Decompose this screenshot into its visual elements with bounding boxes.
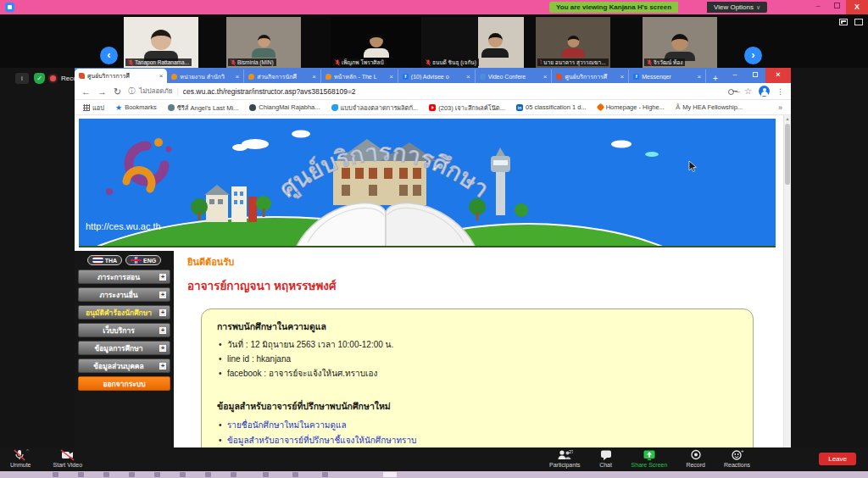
bookmarks-overflow-icon[interactable]: » [778, 103, 782, 112]
view-options-button[interactable]: View Options∨ [707, 2, 767, 13]
close-button[interactable]: X [846, 0, 868, 14]
logout-button[interactable]: ออกจากระบบ [78, 376, 170, 391]
sidebar-item-other-duties[interactable]: ภาระงานอื่น+ [78, 287, 170, 302]
browser-tab[interactable]: ศูนย์บริการการศึ × [75, 69, 167, 83]
browser-tab[interactable]: หน้าหลัก - The L × [321, 69, 398, 83]
note-link[interactable]: ข้อมูลสำหรับอาจารย์ที่ปรึกษาชี้แจงให้นัก… [217, 433, 737, 447]
chrome-browser-window: ศูนย์บริการการศึ × หน่วยงาน สำนักวิ × ส่… [75, 68, 791, 447]
bookmark-star-icon[interactable]: ☆ [744, 86, 752, 96]
scroll-up-arrow[interactable]: ▲ [784, 115, 791, 123]
participant-face [481, 33, 509, 58]
new-tab-button[interactable]: + [706, 74, 725, 83]
back-icon[interactable]: ← [81, 83, 91, 100]
url-field[interactable]: ⓘ ไม่ปลอดภัย | ces.wu.ac.th/registrar/in… [128, 86, 721, 97]
bookmark-item[interactable]: แอป [83, 103, 104, 113]
scroll-right-button[interactable]: › [744, 47, 762, 64]
expand-plus-icon[interactable]: + [159, 292, 166, 298]
bookmark-item[interactable]: แบบจำลองตลาดการผลิตกั... [331, 103, 419, 113]
sidebar-item-personal-info[interactable]: ข้อมูลส่วนบุคคล+ [78, 358, 170, 373]
browser-tab[interactable]: ศูนย์บริการการศึ × [552, 69, 629, 83]
tab-close-icon[interactable]: × [312, 73, 316, 81]
leave-button[interactable]: Leave [819, 453, 856, 465]
bookmark-item[interactable]: (203) เจาะลึกพลค์โน๊ต... [429, 103, 505, 113]
bookmark-item[interactable]: ซีรีส์ Angel's Last Mi... [168, 103, 239, 113]
sidebar-item-teaching-load[interactable]: ภาระการสอน+ [78, 270, 170, 284]
reload-icon[interactable]: ↻ [114, 83, 121, 100]
tab-close-icon[interactable]: × [697, 73, 701, 81]
windows-taskbar[interactable] [0, 471, 868, 478]
participant-face [665, 34, 695, 61]
scroll-left-button[interactable]: ‹ [100, 47, 118, 64]
svg-text:+: + [741, 449, 744, 453]
participant-video[interactable]: นาย อนาคาร สุวรรณฆา... [536, 17, 610, 68]
browser-tab[interactable]: หน่วยงาน สำนักวิ × [167, 69, 244, 83]
browser-tab[interactable]: f Messenger × [629, 69, 706, 83]
tab-close-icon[interactable]: × [466, 73, 470, 81]
expand-plus-icon[interactable]: + [159, 327, 166, 334]
bookmark-item[interactable]: ★Bookmarks [115, 103, 157, 111]
record-button[interactable]: Record [686, 449, 705, 468]
tab-close-icon[interactable]: × [389, 73, 393, 81]
reactions-button[interactable]: + Reactions [724, 449, 750, 468]
browser-close-button[interactable]: × [765, 68, 791, 83]
note-link[interactable]: รายชื่อนักศึกษาใหม่ในความดูแล [217, 418, 737, 433]
apps-grid-icon [83, 104, 90, 111]
share-screen-button[interactable]: Share Screen [632, 449, 668, 468]
bookmark-item[interactable]: Homepage - Highe... [598, 103, 665, 111]
browser-tab[interactable]: f (10) Advisee o × [398, 69, 476, 83]
expand-plus-icon[interactable]: + [159, 345, 166, 352]
password-key-icon[interactable] [728, 88, 737, 95]
participant-video[interactable]: จิรวัฒน์ ท้อง [643, 17, 717, 68]
record-icon [690, 449, 702, 461]
gallery-view-icon[interactable] [839, 19, 848, 25]
sidebar-item-education-info[interactable]: ข้อมูลการศึกษา+ [78, 341, 170, 355]
expand-plus-icon[interactable]: + [159, 274, 166, 281]
ces-favicon-icon [556, 74, 562, 80]
start-video-button[interactable]: Start Video [53, 449, 83, 468]
fullscreen-icon[interactable] [854, 19, 863, 25]
tab-close-icon[interactable]: × [159, 72, 164, 80]
participant-video[interactable]: Tanapon Rattanama... [124, 17, 198, 68]
participant-name: ธนบดี ชินธุ (เจกัน) [432, 58, 476, 66]
bookmark-item[interactable]: in05 classification 1 d... [516, 103, 587, 111]
security-shield-icon[interactable]: ✓ [34, 73, 45, 84]
participant-video[interactable]: เพ็ญภพ โพราศิลป์ [331, 17, 421, 68]
banner-illustration: ศูนย์บริการการศึกษา http://ces.wu.ac.th [79, 119, 776, 247]
minimize-button[interactable]: – [809, 0, 827, 14]
meeting-info-icon[interactable]: i [15, 73, 29, 84]
browser-maximize-button[interactable] [745, 68, 765, 83]
instructor-name: อาจารย์กาญจนา หฤหรรษพงศ์ [187, 276, 783, 295]
sidebar-item-web-services[interactable]: เว็บบริการ+ [78, 323, 170, 337]
sidebar-item-approve-requests[interactable]: อนุมัติคำร้องนักศึกษา+ [78, 305, 170, 320]
participants-icon: 27 [556, 449, 573, 461]
forward-icon[interactable]: → [97, 83, 107, 100]
participants-button[interactable]: 27 Participants [549, 449, 581, 468]
participant-video[interactable]: Bisminla (MIN) [226, 17, 301, 68]
browser-menu-icon[interactable]: ⋮ [776, 87, 784, 96]
tab-close-icon[interactable]: × [620, 73, 625, 81]
page-scrollbar[interactable]: ▲ [783, 115, 791, 447]
ces-banner: ศูนย์บริการการศึกษา http://ces.wu.ac.th [79, 119, 776, 247]
chat-button[interactable]: Chat [599, 449, 613, 468]
browser-tab[interactable]: Video Confere × [476, 69, 553, 83]
maximize-button[interactable] [827, 0, 846, 14]
expand-plus-icon[interactable]: + [159, 363, 166, 370]
browser-minimize-button[interactable]: – [725, 68, 745, 83]
participant-video[interactable]: ธนบดี ชินธุ (เจกัน) [421, 17, 524, 68]
bookmark-item[interactable]: ÅMy HEA Fellowship... [676, 103, 743, 111]
lang-english-button[interactable]: ENG [125, 255, 161, 265]
info-icon[interactable]: ⓘ [128, 86, 135, 96]
muted-mic-icon [647, 59, 652, 66]
expand-plus-icon[interactable]: + [159, 309, 166, 316]
muted-mic-icon [231, 59, 236, 66]
tab-close-icon[interactable]: × [543, 73, 548, 81]
browser-tab[interactable]: ส่วนกิจการนักศึ × [244, 69, 321, 83]
bookmark-item[interactable]: ChiangMai Rajabha... [249, 103, 320, 111]
tab-close-icon[interactable]: × [235, 73, 239, 81]
participant-name: Tanapon Rattanama... [135, 58, 189, 66]
lang-thai-button[interactable]: THA [87, 255, 122, 265]
video-thumbnail-strip: ‹ Tanapon Rattanama... Bisminla (MIN) เพ… [0, 14, 868, 68]
profile-avatar[interactable] [759, 86, 770, 97]
scrollbar-thumb[interactable] [785, 124, 790, 185]
unmute-button[interactable]: ^ Unmute [10, 449, 31, 468]
